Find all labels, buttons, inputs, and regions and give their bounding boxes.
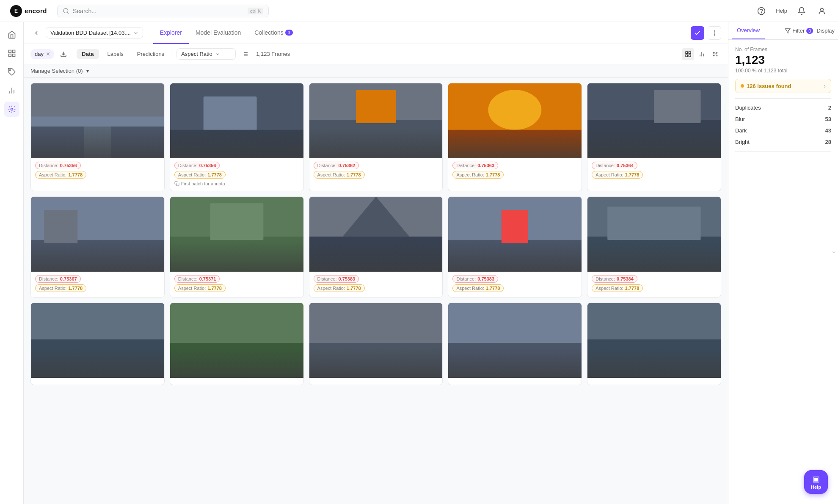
panel-expand-arrow[interactable]: › xyxy=(830,251,838,253)
help-icon[interactable] xyxy=(755,5,767,17)
card-image xyxy=(31,83,164,158)
sidebar-item-labels[interactable] xyxy=(4,64,19,80)
card-metadata xyxy=(31,378,164,385)
list-item[interactable] xyxy=(30,303,165,385)
help-fab-button[interactable]: ▣ Help xyxy=(804,470,828,494)
tab-explorer[interactable]: Explorer xyxy=(153,22,189,44)
svg-point-32 xyxy=(716,55,717,56)
issues-badge[interactable]: 126 issues found › xyxy=(735,79,831,93)
list-item[interactable]: Distance: 0.75356 Aspect Ratio: 1.7778 xyxy=(30,83,165,191)
aspect-ratio-tag: Aspect Ratio: 1.7778 xyxy=(174,171,226,179)
card-metadata: Distance: 0.75364 Aspect Ratio: 1.7778 xyxy=(587,158,721,184)
dataset-selector[interactable]: Validation BDD Dataset [14.03.... xyxy=(46,27,143,39)
collections-badge: 3 xyxy=(285,30,293,36)
data-type-button[interactable]: Data xyxy=(77,49,99,59)
content-area: Validation BDD Dataset [14.03.... Explor… xyxy=(24,22,728,504)
card-metadata: Distance: 0.75367 Aspect Ratio: 1.7778 xyxy=(31,272,164,297)
svg-line-34 xyxy=(714,52,716,55)
scatter-view-button[interactable] xyxy=(709,48,721,60)
export-button[interactable] xyxy=(58,48,69,60)
sidebar-item-home[interactable] xyxy=(4,27,19,42)
list-item[interactable]: Distance: 0.75363 Aspect Ratio: 1.7778 xyxy=(448,83,582,191)
display-panel-button[interactable]: Display xyxy=(816,28,835,34)
sidebar-item-datasets[interactable] xyxy=(4,46,19,61)
list-item[interactable]: Distance: 0.75364 Aspect Ratio: 1.7778 xyxy=(587,83,721,191)
frame-count: 1,123 Frames xyxy=(256,51,290,57)
divider-2 xyxy=(735,151,831,151)
bright-row: Bright 28 xyxy=(735,136,831,148)
more-options-button[interactable] xyxy=(708,26,721,40)
list-item[interactable]: Distance: 0.75356 Aspect Ratio: 1.7778 F… xyxy=(170,83,304,191)
dark-label: Dark xyxy=(735,127,747,134)
card-image xyxy=(448,303,582,378)
sort-button[interactable] xyxy=(239,48,251,60)
aspect-ratio-tag: Aspect Ratio: 1.7778 xyxy=(35,284,86,292)
distance-tag: Distance: 0.75362 xyxy=(314,162,359,169)
list-item[interactable]: Distance: 0.75384 Aspect Ratio: 1.7778 xyxy=(587,196,721,297)
card-image xyxy=(309,303,443,378)
card-metadata: Distance: 0.75383 Aspect Ratio: 1.7778 xyxy=(309,272,443,297)
chart-view-button[interactable] xyxy=(696,48,708,60)
card-metadata: Distance: 0.75384 Aspect Ratio: 1.7778 xyxy=(587,272,721,297)
svg-rect-72 xyxy=(309,343,443,378)
filter-remove-icon[interactable]: × xyxy=(46,51,50,58)
distance-tag: Distance: 0.75364 xyxy=(592,162,637,169)
tab-collections[interactable]: Collections 3 xyxy=(248,22,300,44)
divider xyxy=(735,98,831,99)
list-item[interactable] xyxy=(587,303,721,385)
frames-stat-label: No. of Frames xyxy=(735,47,831,52)
card-image xyxy=(448,197,582,272)
frames-count: 1,123 xyxy=(735,54,831,66)
filter-panel-button[interactable]: Filter 0 xyxy=(785,28,813,34)
notifications-icon[interactable] xyxy=(796,5,808,17)
card-image xyxy=(170,197,303,272)
grid-view-button[interactable] xyxy=(682,48,694,60)
dataset-label: Validation BDD Dataset [14.03.... xyxy=(50,30,131,36)
distance-tag: Distance: 0.75363 xyxy=(452,162,498,169)
sidebar-item-active[interactable] xyxy=(4,102,19,117)
list-item[interactable] xyxy=(448,303,582,385)
toolbar-divider-2 xyxy=(173,50,173,58)
search-bar[interactable]: ctrl K xyxy=(57,5,269,17)
back-button[interactable] xyxy=(30,27,42,39)
filter-tag-day[interactable]: day × xyxy=(30,49,54,59)
card-metadata: Distance: 0.75371 Aspect Ratio: 1.7778 xyxy=(170,272,303,297)
blur-label: Blur xyxy=(735,116,745,122)
profile-icon[interactable] xyxy=(816,5,828,17)
labels-type-button[interactable]: Labels xyxy=(102,49,129,59)
search-input[interactable] xyxy=(73,8,244,14)
svg-rect-50 xyxy=(587,120,721,158)
svg-point-12 xyxy=(11,108,13,110)
aspect-ratio-dropdown[interactable]: Aspect Ratio xyxy=(176,48,236,60)
tab-model-evaluation[interactable]: Model Evaluation xyxy=(189,22,248,44)
bright-label: Bright xyxy=(735,139,750,145)
svg-rect-26 xyxy=(686,55,688,57)
aspect-ratio-tag: Aspect Ratio: 1.7778 xyxy=(314,284,365,292)
list-item[interactable]: Distance: 0.75371 Aspect Ratio: 1.7778 xyxy=(170,196,304,297)
duplicates-row: Duplicates 2 xyxy=(735,102,831,113)
list-item[interactable]: Distance: 0.75362 Aspect Ratio: 1.7778 xyxy=(309,83,443,191)
list-item[interactable]: Distance: 0.75367 Aspect Ratio: 1.7778 xyxy=(30,196,165,297)
manage-selection-button[interactable]: Manage Selection (0) xyxy=(30,68,83,74)
sidebar-item-analytics[interactable] xyxy=(4,83,19,98)
filter-icon xyxy=(785,28,791,34)
svg-rect-59 xyxy=(309,237,443,272)
svg-rect-76 xyxy=(587,339,721,378)
tab-overview[interactable]: Overview xyxy=(732,22,765,39)
list-item[interactable]: Distance: 0.75383 Aspect Ratio: 1.7778 xyxy=(309,196,443,297)
svg-rect-63 xyxy=(502,210,528,243)
list-item[interactable] xyxy=(309,303,443,385)
list-item[interactable]: Distance: 0.75383 Aspect Ratio: 1.7778 xyxy=(448,196,582,297)
predictions-type-button[interactable]: Predictions xyxy=(132,49,169,59)
list-item[interactable] xyxy=(170,303,304,385)
card-image xyxy=(170,83,303,158)
svg-rect-4 xyxy=(8,50,11,53)
confirm-button[interactable] xyxy=(691,26,704,40)
aspect-ratio-tag: Aspect Ratio: 1.7778 xyxy=(314,171,365,179)
nav-right: Help xyxy=(755,5,828,17)
filter-tag-label: day xyxy=(35,51,44,57)
help-fab-icon: ▣ xyxy=(813,474,820,484)
app-logo[interactable]: E encord xyxy=(10,5,47,17)
blur-count: 53 xyxy=(825,116,831,122)
svg-rect-40 xyxy=(203,96,256,136)
